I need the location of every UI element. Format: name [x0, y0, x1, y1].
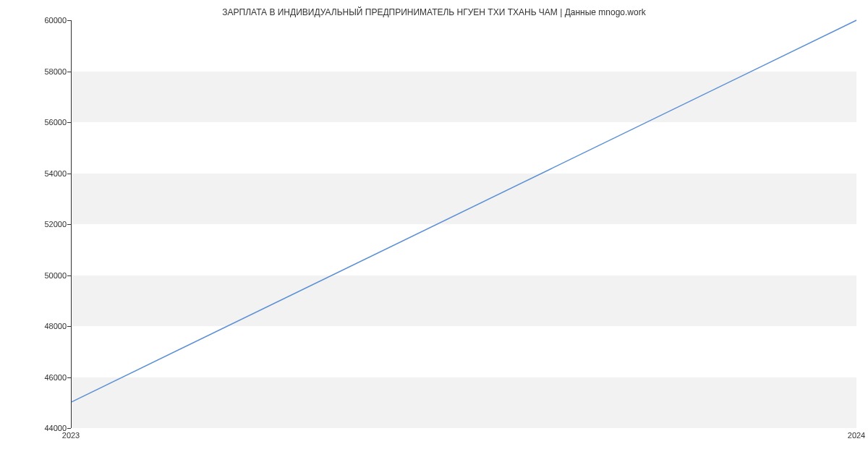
chart-title: ЗАРПЛАТА В ИНДИВИДУАЛЬНЫЙ ПРЕДПРИНИМАТЕЛ…: [0, 7, 868, 17]
y-tick-mark: [67, 377, 71, 378]
y-tick-label: 58000: [44, 67, 67, 76]
data-line: [72, 20, 856, 402]
y-tick-label: 50000: [44, 271, 67, 280]
chart-container: ЗАРПЛАТА В ИНДИВИДУАЛЬНЫЙ ПРЕДПРИНИМАТЕЛ…: [0, 0, 868, 470]
y-tick-mark: [67, 20, 71, 21]
y-tick-mark: [67, 174, 71, 174]
x-tick-label: 2024: [848, 431, 865, 440]
y-tick-mark: [67, 275, 71, 276]
y-tick-label: 54000: [44, 169, 67, 178]
y-tick-mark: [67, 326, 71, 327]
y-tick-label: 48000: [44, 322, 67, 330]
y-tick-mark: [67, 122, 71, 123]
y-tick-mark: [67, 428, 71, 429]
y-tick-mark: [67, 72, 71, 72]
y-tick-label: 46000: [44, 373, 67, 382]
y-tick-mark: [67, 224, 71, 225]
y-tick-label: 60000: [44, 16, 67, 25]
x-tick-label: 2023: [62, 431, 80, 440]
y-tick-label: 56000: [44, 118, 67, 127]
y-tick-label: 52000: [44, 220, 67, 228]
line-series: [72, 20, 856, 427]
plot-area: [71, 20, 856, 428]
